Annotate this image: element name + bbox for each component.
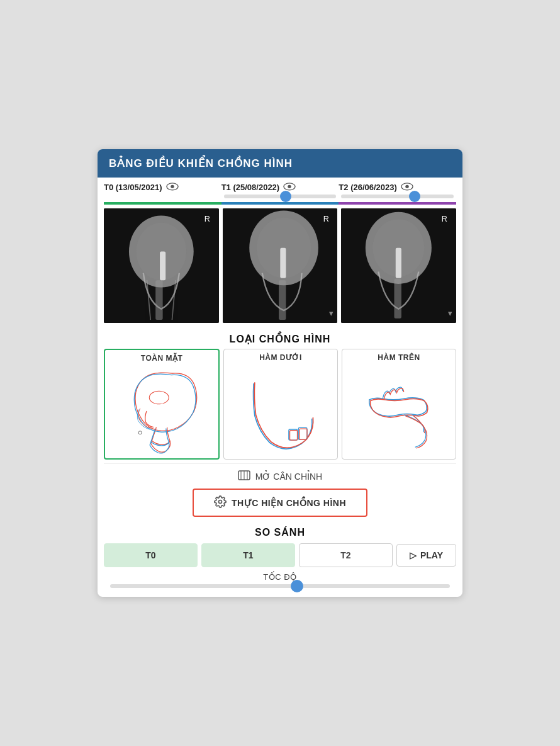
compare-btn-t0[interactable]: T0 [104, 543, 198, 567]
overlay-diagram-2 [342, 363, 456, 458]
svg-point-5 [405, 185, 408, 188]
svg-text:R: R [442, 214, 447, 223]
timepoints-row: T0 (13/05/2021) T1 (25/08/2022) [98, 178, 462, 192]
timepoint-col-0: T0 (13/05/2021) [104, 183, 221, 192]
timepoint-label-0: T0 (13/05/2021) [104, 183, 179, 192]
panel-title: BẢNG ĐIỀU KHIỂN CHỒNG HÌNH [109, 157, 293, 169]
svg-rect-15 [279, 280, 286, 320]
play-icon: ▷ [410, 550, 417, 560]
ruler-icon [238, 470, 250, 482]
svg-point-3 [288, 185, 291, 188]
align-button[interactable]: MỞ CÂN CHỈNH [238, 470, 322, 482]
svg-rect-22 [396, 247, 401, 278]
color-bar-2 [339, 202, 456, 205]
slider-track-2[interactable] [341, 195, 454, 198]
svg-rect-29 [300, 429, 307, 439]
svg-point-1 [171, 185, 174, 188]
main-panel: BẢNG ĐIỀU KHIỂN CHỒNG HÌNH T0 (13/05/202… [98, 149, 462, 597]
perform-btn-label: THỰC HIỆN CHỒNG HÌNH [232, 498, 346, 508]
dropdown-arrow-1[interactable]: ▾ [329, 308, 333, 318]
xray-image-0[interactable]: R [104, 208, 219, 324]
perform-btn-row: THỰC HIỆN CHỒNG HÌNH [98, 486, 462, 522]
svg-text:R: R [323, 214, 329, 223]
overlay-type-ham-tren[interactable]: HÀM TRÊN [342, 349, 456, 460]
compare-btn-t2[interactable]: T2 [299, 543, 393, 567]
xray-image-2[interactable]: R ▾ [341, 208, 456, 324]
slider-col-1[interactable] [221, 195, 339, 198]
speed-slider-row [104, 583, 456, 588]
play-button[interactable]: ▷ PLAY [396, 544, 456, 567]
overlay-diagram-0 [105, 364, 218, 458]
svg-point-25 [138, 431, 142, 434]
overlay-type-ham-duoi[interactable]: HÀM DƯỚI [223, 349, 338, 460]
dropdown-arrow-2[interactable]: ▾ [448, 308, 452, 318]
svg-rect-28 [290, 431, 298, 440]
align-btn-row: MỞ CÂN CHỈNH [98, 464, 462, 486]
timepoint-col-2: T2 (26/06/2023) [339, 183, 456, 192]
overlay-diagram-1 [224, 363, 337, 458]
panel-header: BẢNG ĐIỀU KHIỂN CHỒNG HÌNH [98, 149, 462, 178]
compare-btn-t1[interactable]: T1 [201, 543, 295, 567]
overlay-label-2: HÀM TRÊN [378, 349, 420, 363]
svg-point-34 [219, 500, 222, 504]
align-btn-label: MỞ CÂN CHỈNH [255, 472, 322, 482]
overlay-type-toan-mat[interactable]: TOÀN MẶT [104, 349, 220, 460]
color-bars [104, 202, 456, 205]
xray-col-2: R ▾ [341, 208, 456, 324]
sliders-row [98, 192, 462, 198]
svg-rect-16 [280, 247, 286, 278]
compare-title: SO SÁNH [104, 522, 456, 543]
svg-point-24 [149, 392, 169, 405]
gear-icon [214, 495, 227, 510]
slider-thumb-2[interactable] [409, 191, 420, 202]
overlay-label-0: TOÀN MẶT [141, 350, 182, 364]
xray-image-1[interactable]: R ▾ [223, 208, 338, 324]
color-bar-1 [221, 202, 339, 205]
compare-section: SO SÁNH T0 T1 T2 ▷ PLAY TỐC ĐỘ [98, 522, 462, 597]
color-bar-0 [104, 202, 221, 205]
overlay-label-1: HÀM DƯỚI [259, 349, 302, 363]
speed-label: TỐC ĐỘ [104, 567, 456, 583]
svg-rect-9 [155, 280, 162, 320]
svg-rect-10 [160, 251, 165, 280]
speed-slider-track[interactable] [110, 584, 450, 588]
play-label: PLAY [420, 550, 443, 560]
slider-track-1[interactable] [224, 195, 337, 198]
timepoint-col-1: T1 (25/08/2022) [221, 183, 339, 192]
xray-col-1: R ▾ [223, 208, 338, 324]
svg-rect-21 [395, 279, 401, 319]
xray-col-0: R [104, 208, 219, 324]
overlay-types-row: TOÀN MẶT [98, 349, 462, 463]
speed-slider-thumb[interactable] [291, 580, 303, 592]
timepoint-label-2: T2 (26/06/2023) [339, 183, 413, 192]
svg-text:R: R [204, 214, 210, 223]
eye-icon-0[interactable] [166, 183, 179, 191]
xray-images-row: R R ▾ [98, 205, 462, 327]
perform-button[interactable]: THỰC HIỆN CHỒNG HÌNH [193, 489, 367, 517]
slider-col-2[interactable] [339, 195, 456, 198]
slider-thumb-1[interactable] [280, 191, 291, 202]
eye-icon-2[interactable] [401, 183, 413, 191]
overlay-types-title: LOẠI CHỒNG HÌNH [98, 327, 462, 349]
compare-btns-row: T0 T1 T2 ▷ PLAY [104, 543, 456, 567]
